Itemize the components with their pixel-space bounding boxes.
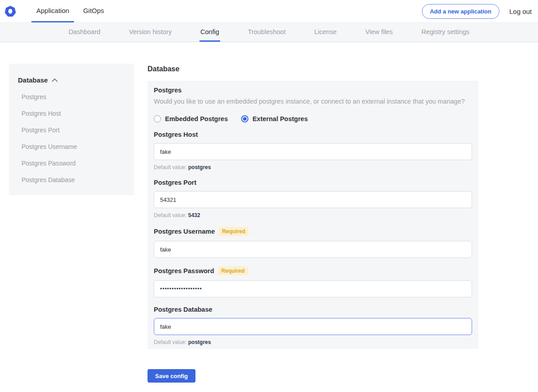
postgres-port-default-hint: Default value: 5432 <box>154 212 472 218</box>
add-application-button[interactable]: Add a new application <box>422 4 499 19</box>
default-label: Default value: <box>154 212 187 218</box>
tab-application-label: Application <box>36 7 69 14</box>
default-label: Default value: <box>154 164 187 170</box>
field-postgres-label: Postgres <box>154 87 472 94</box>
config-main: Database Postgres Would you like to use … <box>148 64 478 383</box>
tab-registry-settings[interactable]: Registry settings <box>421 23 470 42</box>
default-value: postgres <box>188 164 211 170</box>
app-subnav: Dashboard Version history Config Trouble… <box>0 22 538 42</box>
tab-gitops-label: GitOps <box>83 7 104 14</box>
tab-application[interactable]: Application <box>31 0 74 22</box>
sidebar-item-postgres-port[interactable]: Postgres Port <box>22 126 125 134</box>
radio-external-postgres-label: External Postgres <box>252 115 308 122</box>
sidebar-item-postgres-host[interactable]: Postgres Host <box>22 110 125 117</box>
tab-config[interactable]: Config <box>200 23 220 42</box>
postgres-username-input[interactable] <box>154 241 472 258</box>
field-postgres-port-label: Postgres Port <box>154 179 472 186</box>
field-postgres-password-label: Postgres Password Required <box>154 266 472 275</box>
app-logo-icon <box>4 5 16 17</box>
field-label-text: Postgres Username <box>154 228 215 235</box>
sidebar-item-postgres-username[interactable]: Postgres Username <box>22 143 125 150</box>
field-postgres-host: Postgres Host Default value: postgres <box>154 131 472 170</box>
logout-link[interactable]: Log out <box>509 8 532 15</box>
postgres-database-default-hint: Default value: postgres <box>154 339 472 345</box>
tab-license[interactable]: License <box>313 23 338 42</box>
postgres-host-default-hint: Default value: postgres <box>154 164 472 170</box>
field-postgres-username: Postgres Username Required <box>154 227 472 258</box>
postgres-radio-group: Embedded Postgres External Postgres <box>154 115 472 122</box>
postgres-port-input[interactable] <box>154 191 472 208</box>
database-config-card: Postgres Would you like to use an embedd… <box>148 81 478 349</box>
tab-version-history[interactable]: Version history <box>128 23 173 42</box>
radio-external-postgres-circle[interactable] <box>241 115 248 122</box>
field-postgres-host-label: Postgres Host <box>154 131 472 138</box>
radio-embedded-postgres-label: Embedded Postgres <box>165 115 228 122</box>
chevron-up-icon <box>52 78 58 82</box>
field-postgres-username-label: Postgres Username Required <box>154 227 472 236</box>
save-config-button[interactable]: Save config <box>148 369 195 383</box>
app-logo[interactable] <box>4 0 16 22</box>
sidebar-item-postgres[interactable]: Postgres <box>22 93 125 100</box>
field-postgres-password: Postgres Password Required <box>154 266 472 297</box>
radio-embedded-postgres[interactable]: Embedded Postgres <box>154 115 228 122</box>
field-postgres-database: Postgres Database Default value: postgre… <box>154 306 472 345</box>
tab-gitops[interactable]: GitOps <box>78 0 109 22</box>
radio-embedded-postgres-circle[interactable] <box>154 115 161 122</box>
config-page: Database Postgres Postgres Host Postgres… <box>0 42 538 383</box>
sidebar-item-postgres-database[interactable]: Postgres Database <box>22 176 125 183</box>
default-value: 5432 <box>188 212 200 218</box>
tab-troubleshoot[interactable]: Troubleshoot <box>247 23 286 42</box>
sidebar-group-database[interactable]: Database <box>18 76 125 84</box>
config-sidebar: Database Postgres Postgres Host Postgres… <box>9 64 134 195</box>
field-postgres: Postgres Would you like to use an embedd… <box>154 87 472 122</box>
default-label: Default value: <box>154 339 187 345</box>
postgres-database-input[interactable] <box>154 318 472 335</box>
postgres-password-input[interactable] <box>154 280 472 297</box>
field-postgres-help: Would you like to use an embedded postgr… <box>154 98 472 105</box>
postgres-host-input[interactable] <box>154 143 472 160</box>
topbar-right: Add a new application Log out <box>422 0 532 22</box>
default-value: postgres <box>188 339 211 345</box>
field-label-text: Postgres Password <box>154 267 214 274</box>
sidebar-item-list: Postgres Postgres Host Postgres Port Pos… <box>18 93 125 183</box>
field-postgres-database-label: Postgres Database <box>154 306 472 313</box>
field-postgres-port: Postgres Port Default value: 5432 <box>154 179 472 218</box>
sidebar-group-label: Database <box>18 76 48 84</box>
radio-external-postgres[interactable]: External Postgres <box>241 115 308 122</box>
tab-dashboard[interactable]: Dashboard <box>68 23 101 42</box>
required-badge: Required <box>218 266 248 275</box>
sidebar-item-postgres-password[interactable]: Postgres Password <box>22 160 125 167</box>
top-tabs: Application GitOps <box>31 0 113 22</box>
tab-view-files[interactable]: View files <box>364 23 394 42</box>
top-bar: Application GitOps Add a new application… <box>0 0 538 22</box>
page-title: Database <box>148 65 478 73</box>
required-badge: Required <box>219 227 248 236</box>
